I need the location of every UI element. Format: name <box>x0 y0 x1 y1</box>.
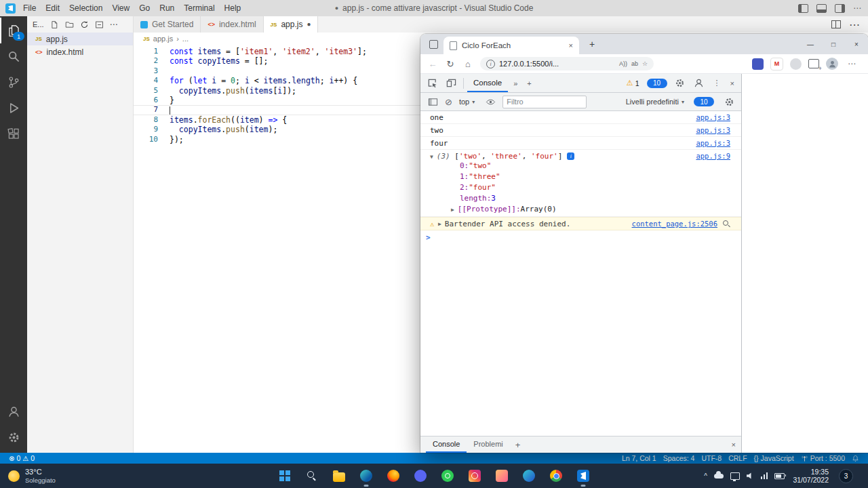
issues-warning-badge[interactable]: ⚠ 1 <box>623 79 643 87</box>
menu-help[interactable]: Help <box>220 0 246 16</box>
taskbar-discord-button[interactable] <box>407 464 434 488</box>
customize-layout-icon[interactable]: ⋯ <box>853 3 861 13</box>
address-bar[interactable]: i 127.0.0.1:5500/i... A)) ab ☆ <box>480 57 654 70</box>
taskbar-whatsapp-button[interactable] <box>434 464 461 488</box>
extensions-icon[interactable] <box>0 121 27 146</box>
tab-actions-menu-icon[interactable] <box>426 40 441 49</box>
read-aloud-icon[interactable]: A)) <box>619 60 627 67</box>
source-link[interactable]: app.js:9 <box>688 152 730 160</box>
url-text[interactable]: 127.0.0.1:5500/i... <box>499 60 615 68</box>
menu-selection[interactable]: Selection <box>64 0 107 16</box>
taskbar-edge-button[interactable] <box>353 464 380 488</box>
notifications-bell[interactable] <box>848 455 863 462</box>
taskbar-photos-button[interactable] <box>488 464 515 488</box>
taskbar-search-button[interactable] <box>298 464 326 488</box>
menu-file[interactable]: File <box>18 0 41 16</box>
console-sidebar-icon[interactable] <box>424 93 441 110</box>
menu-view[interactable]: View <box>107 0 134 16</box>
settings-gear-icon[interactable] <box>0 424 27 450</box>
dirty-indicator[interactable]: ● <box>307 21 311 28</box>
back-button[interactable]: ← <box>425 56 441 72</box>
translate-icon[interactable]: ab <box>631 60 638 67</box>
network-icon[interactable] <box>761 472 768 479</box>
drawer-close-icon[interactable]: × <box>732 436 736 453</box>
menu-edit[interactable]: Edit <box>41 0 64 16</box>
taskbar-instagram-button[interactable] <box>461 464 488 488</box>
array-property-row[interactable]: 2: "four" <box>430 182 730 193</box>
array-property-row[interactable]: 0: "two" <box>430 161 730 171</box>
clear-console-icon[interactable]: ⊘ <box>445 97 452 107</box>
browser-menu-icon[interactable]: ⋯ <box>845 59 859 68</box>
javascript-context-selector[interactable]: top ▾ <box>456 98 478 106</box>
taskbar-edge-dev-button[interactable] <box>515 464 542 488</box>
console-message-badge[interactable]: 10 <box>647 79 667 88</box>
file-item-index.html[interactable]: <>index.html <box>27 45 133 58</box>
source-link[interactable]: content_page.js:2506 <box>624 220 717 228</box>
menu-run[interactable]: Run <box>155 0 179 16</box>
taskbar-firefox-button[interactable] <box>380 464 407 488</box>
source-link[interactable]: app.js:3 <box>688 126 730 134</box>
taskbar-vscode-button[interactable] <box>570 464 597 488</box>
close-button[interactable]: × <box>845 34 868 54</box>
new-folder-icon[interactable] <box>65 20 74 29</box>
battery-icon[interactable] <box>774 473 785 479</box>
log-levels-selector[interactable]: Livelli predefiniti ▾ <box>623 98 688 106</box>
search-icon[interactable] <box>0 43 27 69</box>
language-mode[interactable]: {} JavaScript <box>751 454 797 462</box>
favorite-star-icon[interactable]: ☆ <box>642 60 648 67</box>
console-output[interactable]: oneapp.js:3twoapp.js:3fourapp.js:3▼(3) [… <box>420 111 741 436</box>
console-prompt[interactable]: > <box>420 230 741 245</box>
devtools-close-icon[interactable]: × <box>726 79 738 87</box>
home-button[interactable]: ⌂ <box>460 56 476 72</box>
extension-icon-gray[interactable] <box>790 58 802 70</box>
more-panels-icon[interactable]: » <box>509 79 521 87</box>
file-item-app.js[interactable]: JSapp.js <box>27 33 133 45</box>
editor-more-icon[interactable]: ⋯ <box>849 18 860 31</box>
toggle-sidebar-icon[interactable] <box>798 4 808 13</box>
notification-badge[interactable]: 3 <box>839 469 853 483</box>
menu-terminal[interactable]: Terminal <box>179 0 219 16</box>
array-property-row[interactable]: 1: "three" <box>430 171 730 182</box>
webpage-viewport[interactable] <box>742 74 868 453</box>
onedrive-icon[interactable] <box>714 474 724 479</box>
explorer-more-icon[interactable]: ⋯ <box>110 20 118 29</box>
editor-tab-app.js[interactable]: JSapp.js● <box>264 16 319 33</box>
split-editor-icon[interactable] <box>831 20 841 28</box>
add-panel-icon[interactable]: + <box>523 79 535 87</box>
indentation[interactable]: Spaces: 4 <box>660 454 698 462</box>
eol-sequence[interactable]: CRLF <box>725 454 750 462</box>
source-link[interactable]: app.js:3 <box>688 139 730 147</box>
array-property-row[interactable]: length: 3 <box>430 193 730 204</box>
account-icon[interactable] <box>0 399 27 424</box>
live-expression-eye-icon[interactable] <box>481 93 499 110</box>
tab-close-icon[interactable]: × <box>569 41 573 49</box>
editor-tab-index.html[interactable]: <>index.html <box>201 16 263 33</box>
console-filter-input[interactable] <box>502 96 587 108</box>
info-icon[interactable]: i <box>567 152 574 160</box>
source-link[interactable]: app.js:3 <box>688 113 730 121</box>
inspect-element-icon[interactable] <box>423 75 441 92</box>
encoding[interactable]: UTF-8 <box>698 454 725 462</box>
array-header[interactable]: ▼(3) ['two', 'three', 'four']iapp.js:9 <box>430 152 730 161</box>
site-info-icon[interactable]: i <box>486 60 495 68</box>
minimize-button[interactable]: — <box>799 34 822 54</box>
refresh-button[interactable]: ↻ <box>442 56 458 72</box>
start-button[interactable] <box>271 464 298 488</box>
weather-widget[interactable]: 33°C Soleggiato <box>0 464 64 488</box>
devtools-settings-icon[interactable] <box>671 75 689 92</box>
cursor-position[interactable]: Ln 7, Col 1 <box>618 454 660 462</box>
browser-tab[interactable]: Ciclo ForEach × <box>443 37 579 54</box>
collections-icon[interactable] <box>808 59 819 68</box>
toggle-secondary-sidebar-icon[interactable] <box>835 4 845 13</box>
taskbar-clock[interactable]: 19:35 31/07/2022 <box>791 468 829 485</box>
collapse-folders-icon[interactable] <box>95 20 104 29</box>
display-icon[interactable] <box>730 472 740 480</box>
live-server-port[interactable]: Port : 5500 <box>797 454 848 462</box>
expand-toggle-icon[interactable]: ▶ <box>451 207 454 213</box>
menu-go[interactable]: Go <box>134 0 155 16</box>
new-file-icon[interactable] <box>50 20 59 29</box>
drawer-tab-console[interactable]: Console <box>426 436 467 453</box>
tab-console-panel[interactable]: Console <box>467 74 508 92</box>
taskbar-chrome-button[interactable] <box>542 464 570 488</box>
array-property-row[interactable]: ▶[[Prototype]]: Array(0) <box>430 204 730 215</box>
